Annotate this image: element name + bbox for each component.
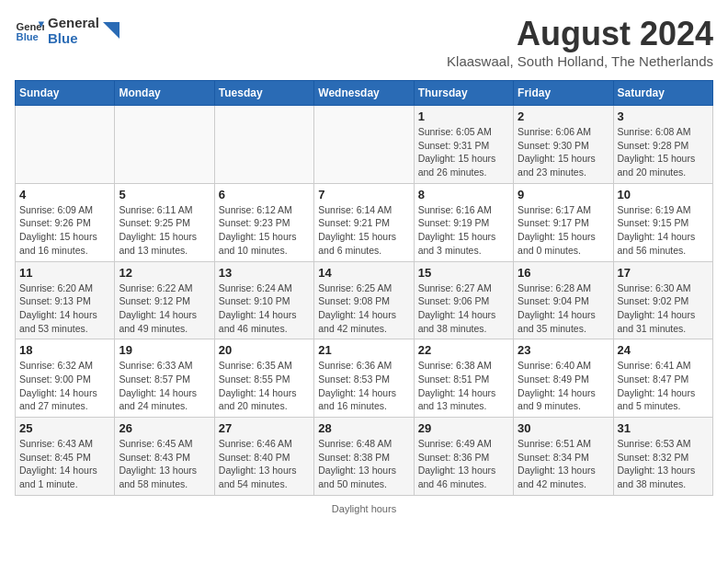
table-row: 26Sunrise: 6:45 AM Sunset: 8:43 PM Dayli… — [115, 418, 214, 496]
day-number: 10 — [618, 188, 709, 201]
header-tuesday: Tuesday — [214, 81, 313, 106]
day-number: 9 — [518, 188, 609, 201]
table-row: 3Sunrise: 6:08 AM Sunset: 9:28 PM Daylig… — [613, 106, 712, 184]
svg-text:Blue: Blue — [17, 31, 39, 42]
day-info: Sunrise: 6:27 AM Sunset: 9:06 PM Dayligh… — [418, 282, 509, 336]
header: General Blue General Blue August 2024 Kl… — [15, 15, 713, 69]
day-number: 23 — [518, 343, 609, 357]
table-row: 1Sunrise: 6:05 AM Sunset: 9:31 PM Daylig… — [414, 106, 513, 184]
table-row: 20Sunrise: 6:35 AM Sunset: 8:55 PM Dayli… — [214, 339, 313, 418]
header-thursday: Thursday — [414, 81, 513, 106]
header-friday: Friday — [514, 81, 613, 106]
day-info: Sunrise: 6:51 AM Sunset: 8:34 PM Dayligh… — [518, 437, 609, 491]
day-info: Sunrise: 6:25 AM Sunset: 9:08 PM Dayligh… — [318, 282, 409, 336]
day-info: Sunrise: 6:17 AM Sunset: 9:17 PM Dayligh… — [518, 203, 609, 258]
table-row: 28Sunrise: 6:48 AM Sunset: 8:38 PM Dayli… — [314, 418, 414, 496]
logo-icon: General Blue — [15, 16, 44, 45]
calendar-week-row: 4Sunrise: 6:09 AM Sunset: 9:26 PM Daylig… — [16, 183, 713, 261]
day-info: Sunrise: 6:06 AM Sunset: 9:30 PM Dayligh… — [518, 125, 609, 179]
day-number: 17 — [618, 266, 709, 280]
day-number: 19 — [119, 343, 210, 357]
day-info: Sunrise: 6:33 AM Sunset: 8:57 PM Dayligh… — [119, 359, 210, 413]
day-info: Sunrise: 6:30 AM Sunset: 9:02 PM Dayligh… — [618, 282, 709, 336]
table-row — [115, 106, 214, 184]
header-sunday: Sunday — [16, 81, 115, 106]
day-number: 16 — [518, 266, 609, 280]
day-info: Sunrise: 6:40 AM Sunset: 8:49 PM Dayligh… — [518, 359, 609, 413]
day-info: Sunrise: 6:35 AM Sunset: 8:55 PM Dayligh… — [219, 359, 310, 413]
day-number: 24 — [618, 343, 709, 357]
day-number: 8 — [418, 188, 509, 201]
day-number: 22 — [418, 343, 509, 357]
day-info: Sunrise: 6:38 AM Sunset: 8:51 PM Dayligh… — [418, 359, 509, 413]
day-number: 28 — [318, 421, 409, 435]
table-row: 21Sunrise: 6:36 AM Sunset: 8:53 PM Dayli… — [314, 339, 414, 418]
day-info: Sunrise: 6:09 AM Sunset: 9:26 PM Dayligh… — [19, 203, 110, 258]
day-info: Sunrise: 6:12 AM Sunset: 9:23 PM Dayligh… — [219, 203, 310, 258]
day-info: Sunrise: 6:14 AM Sunset: 9:21 PM Dayligh… — [318, 203, 409, 258]
day-info: Sunrise: 6:46 AM Sunset: 8:40 PM Dayligh… — [219, 437, 310, 491]
table-row: 25Sunrise: 6:43 AM Sunset: 8:45 PM Dayli… — [16, 418, 115, 496]
logo-triangle-icon — [103, 22, 119, 39]
day-number: 1 — [418, 109, 509, 123]
day-info: Sunrise: 6:16 AM Sunset: 9:19 PM Dayligh… — [418, 203, 509, 258]
table-row: 9Sunrise: 6:17 AM Sunset: 9:17 PM Daylig… — [514, 183, 613, 261]
calendar-week-row: 1Sunrise: 6:05 AM Sunset: 9:31 PM Daylig… — [16, 106, 713, 184]
header-monday: Monday — [115, 81, 214, 106]
day-number: 2 — [518, 109, 609, 123]
day-number: 11 — [19, 266, 110, 280]
table-row: 11Sunrise: 6:20 AM Sunset: 9:13 PM Dayli… — [16, 261, 115, 339]
table-row: 7Sunrise: 6:14 AM Sunset: 9:21 PM Daylig… — [314, 183, 414, 261]
day-number: 12 — [119, 266, 210, 280]
table-row: 18Sunrise: 6:32 AM Sunset: 9:00 PM Dayli… — [16, 339, 115, 418]
calendar-week-row: 18Sunrise: 6:32 AM Sunset: 9:00 PM Dayli… — [16, 339, 713, 418]
table-row: 12Sunrise: 6:22 AM Sunset: 9:12 PM Dayli… — [115, 261, 214, 339]
day-info: Sunrise: 6:36 AM Sunset: 8:53 PM Dayligh… — [318, 359, 409, 413]
footer: Daylight hours — [15, 503, 713, 514]
logo-general: General — [48, 15, 99, 30]
calendar-week-row: 25Sunrise: 6:43 AM Sunset: 8:45 PM Dayli… — [16, 418, 713, 496]
header-wednesday: Wednesday — [314, 81, 414, 106]
day-info: Sunrise: 6:28 AM Sunset: 9:04 PM Dayligh… — [518, 282, 609, 336]
table-row: 14Sunrise: 6:25 AM Sunset: 9:08 PM Dayli… — [314, 261, 414, 339]
month-year: August 2024 — [447, 15, 713, 53]
day-info: Sunrise: 6:32 AM Sunset: 9:00 PM Dayligh… — [19, 359, 110, 413]
day-number: 27 — [219, 421, 310, 435]
day-number: 3 — [618, 109, 709, 123]
day-number: 25 — [19, 421, 110, 435]
day-info: Sunrise: 6:43 AM Sunset: 8:45 PM Dayligh… — [19, 437, 110, 491]
day-number: 21 — [318, 343, 409, 357]
table-row: 2Sunrise: 6:06 AM Sunset: 9:30 PM Daylig… — [514, 106, 613, 184]
day-number: 15 — [418, 266, 509, 280]
day-number: 4 — [19, 188, 110, 201]
table-row: 4Sunrise: 6:09 AM Sunset: 9:26 PM Daylig… — [16, 183, 115, 261]
logo-blue: Blue — [48, 30, 99, 46]
calendar-table: Sunday Monday Tuesday Wednesday Thursday… — [15, 80, 713, 496]
day-info: Sunrise: 6:20 AM Sunset: 9:13 PM Dayligh… — [19, 282, 110, 336]
day-number: 14 — [318, 266, 409, 280]
day-info: Sunrise: 6:48 AM Sunset: 8:38 PM Dayligh… — [318, 437, 409, 491]
table-row: 23Sunrise: 6:40 AM Sunset: 8:49 PM Dayli… — [514, 339, 613, 418]
day-info: Sunrise: 6:53 AM Sunset: 8:32 PM Dayligh… — [618, 437, 709, 491]
table-row: 15Sunrise: 6:27 AM Sunset: 9:06 PM Dayli… — [414, 261, 513, 339]
day-number: 20 — [219, 343, 310, 357]
table-row: 13Sunrise: 6:24 AM Sunset: 9:10 PM Dayli… — [214, 261, 313, 339]
table-row: 5Sunrise: 6:11 AM Sunset: 9:25 PM Daylig… — [115, 183, 214, 261]
day-info: Sunrise: 6:41 AM Sunset: 8:47 PM Dayligh… — [618, 359, 709, 413]
day-info: Sunrise: 6:45 AM Sunset: 8:43 PM Dayligh… — [119, 437, 210, 491]
table-row — [214, 106, 313, 184]
day-number: 26 — [119, 421, 210, 435]
day-info: Sunrise: 6:49 AM Sunset: 8:36 PM Dayligh… — [418, 437, 509, 491]
day-number: 18 — [19, 343, 110, 357]
day-number: 7 — [318, 188, 409, 201]
day-info: Sunrise: 6:22 AM Sunset: 9:12 PM Dayligh… — [119, 282, 210, 336]
day-info: Sunrise: 6:19 AM Sunset: 9:15 PM Dayligh… — [618, 203, 709, 258]
title-area: August 2024 Klaaswaal, South Holland, Th… — [447, 15, 713, 69]
table-row: 30Sunrise: 6:51 AM Sunset: 8:34 PM Dayli… — [514, 418, 613, 496]
day-info: Sunrise: 6:11 AM Sunset: 9:25 PM Dayligh… — [119, 203, 210, 258]
table-row: 6Sunrise: 6:12 AM Sunset: 9:23 PM Daylig… — [214, 183, 313, 261]
day-info: Sunrise: 6:05 AM Sunset: 9:31 PM Dayligh… — [418, 125, 509, 179]
day-number: 13 — [219, 266, 310, 280]
header-saturday: Saturday — [613, 81, 712, 106]
table-row: 17Sunrise: 6:30 AM Sunset: 9:02 PM Dayli… — [613, 261, 712, 339]
